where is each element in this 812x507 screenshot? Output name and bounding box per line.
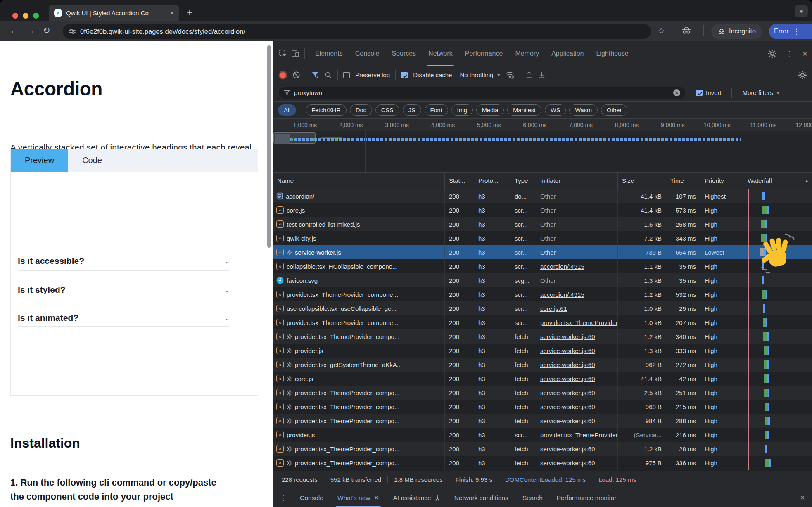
request-name-cell[interactable]: ‹›provider.tsx_ThemeProvider_compo...: [273, 386, 444, 400]
devtools-tab-lighthouse[interactable]: Lighthouse: [590, 41, 634, 66]
browser-menu-kebab-icon[interactable]: ⋮: [793, 27, 800, 36]
forward-button[interactable]: →: [26, 26, 35, 36]
tab-code[interactable]: Code: [68, 149, 116, 172]
request-name-cell[interactable]: ‹›provider.tsx_ThemeProvider_compo...: [273, 442, 444, 456]
drawer-tab-networkconditions[interactable]: Network conditions: [447, 488, 515, 507]
request-name-cell[interactable]: ‹›provider.tsx_ThemeProvider_compone...: [273, 287, 444, 301]
filter-chip-other[interactable]: Other: [601, 104, 627, 116]
filter-chip-manifest[interactable]: Manifest: [507, 104, 541, 116]
column-header-waterfall[interactable]: Waterfall▲: [743, 173, 812, 189]
filter-chip-fetchxhr[interactable]: Fetch/XHR: [306, 104, 347, 116]
request-name-cell[interactable]: ‹›provider.js: [273, 428, 444, 442]
request-name-cell[interactable]: ‹›core.js: [273, 203, 444, 217]
request-row[interactable]: favicon.svg200h3svg...Other1.3 kB35 msHi…: [273, 273, 812, 287]
drawer-close-icon[interactable]: ×: [800, 493, 805, 502]
filter-chip-ws[interactable]: WS: [545, 104, 566, 116]
throttling-dropdown[interactable]: No throttling ▾: [460, 71, 500, 78]
request-name-cell[interactable]: accordion/: [273, 189, 444, 203]
devtools-tab-performance[interactable]: Performance: [459, 41, 509, 66]
request-name-cell[interactable]: ‹›test-controlled-list-mixed.js: [273, 217, 444, 231]
initiator-cell[interactable]: service-worker.js:60: [536, 386, 617, 400]
request-row[interactable]: ‹›provider.tsx_ThemeProvider_compo...200…: [273, 386, 812, 400]
request-row[interactable]: accordion/200h3do...Other41.4 kB107 msHi…: [273, 189, 812, 203]
initiator-cell[interactable]: service-worker.js:60: [536, 442, 617, 456]
import-har-icon[interactable]: [525, 71, 533, 79]
page-scrollbar[interactable]: [267, 45, 271, 248]
request-name-cell[interactable]: ‹›qwik-city.js: [273, 231, 444, 245]
initiator-cell[interactable]: service-worker.js:60: [536, 344, 617, 358]
accordion-trigger[interactable]: Is it animated?⌄: [18, 313, 230, 323]
initiator-cell[interactable]: service-worker.js:60: [536, 329, 617, 344]
filter-chip-media[interactable]: Media: [476, 104, 504, 116]
column-header-stat[interactable]: Stat...: [444, 173, 474, 189]
request-row[interactable]: ‹›provider.js200h3scr...provider.tsx_The…: [273, 428, 812, 442]
request-row[interactable]: ‹›provider.tsx_ThemeProvider_compone...2…: [273, 315, 812, 329]
initiator-cell[interactable]: accordion/:4915: [536, 259, 617, 273]
devtools-tab-sources[interactable]: Sources: [385, 41, 422, 66]
drawer-tab-performancemonitor[interactable]: Performance monitor: [550, 488, 624, 507]
filter-funnel-icon[interactable]: [311, 71, 319, 79]
request-row[interactable]: ‹›provider.tsx_ThemeProvider_compone...2…: [273, 287, 812, 301]
request-name-cell[interactable]: ‹›collapsible.tsx_HCollapsible_compone..…: [273, 259, 444, 273]
drawer-tab-aiassistance[interactable]: AI assistance: [386, 488, 447, 507]
search-icon[interactable]: [325, 71, 332, 79]
request-name-cell[interactable]: favicon.svg: [273, 273, 444, 287]
initiator-cell[interactable]: service-worker.js:60: [536, 456, 617, 470]
request-row[interactable]: ‹›test-controlled-list-mixed.js200h3scr.…: [273, 217, 812, 231]
initiator-cell[interactable]: service-worker.js:60: [536, 400, 617, 414]
request-row[interactable]: ‹›service-worker.js200h3scr...Other739 B…: [273, 245, 812, 259]
initiator-cell[interactable]: provider.tsx_ThemeProvider_c: [536, 428, 617, 442]
filter-input[interactable]: proxytown ✕: [279, 87, 685, 99]
filter-chip-js[interactable]: JS: [403, 104, 421, 116]
request-name-cell[interactable]: ‹›provider.tsx_ThemeProvider_compo...: [273, 400, 444, 414]
column-header-type[interactable]: Type: [510, 173, 536, 189]
back-button[interactable]: ←: [10, 26, 19, 36]
new-tab-button[interactable]: +: [187, 7, 192, 17]
preserve-log-checkbox[interactable]: [343, 72, 350, 78]
drawer-tab-search[interactable]: Search: [515, 488, 550, 507]
column-header-proto[interactable]: Proto...: [474, 173, 510, 189]
site-settings-icon[interactable]: [69, 28, 76, 35]
initiator-cell[interactable]: service-worker.js:60: [536, 414, 617, 428]
initiator-link[interactable]: accordion/:4915: [540, 263, 584, 270]
initiator-cell[interactable]: accordion/:4915: [536, 287, 617, 301]
devtools-tab-application[interactable]: Application: [545, 41, 590, 66]
request-row[interactable]: ‹›collapsible.tsx_HCollapsible_compone..…: [273, 259, 812, 273]
column-header-time[interactable]: Time: [666, 173, 700, 189]
address-bar[interactable]: 0f6e2f0b.qwik-ui-site.pages.dev/docs/sty…: [63, 24, 651, 39]
request-name-cell[interactable]: ‹›provider.tsx_ThemeProvider_compo...: [273, 456, 444, 470]
initiator-link[interactable]: provider.tsx_ThemeProvider_c: [540, 319, 617, 326]
request-row[interactable]: ‹›qwik-city.js200h3scr...Other7.2 kB343 …: [273, 231, 812, 245]
filter-chip-img[interactable]: Img: [451, 104, 473, 116]
devtools-tab-elements[interactable]: Elements: [309, 41, 349, 66]
initiator-link[interactable]: service-worker.js:60: [540, 403, 595, 410]
column-header-initiator[interactable]: Initiator: [536, 173, 617, 189]
device-toolbar-icon[interactable]: [291, 50, 299, 58]
profile-error-button[interactable]: Error ⋮: [769, 24, 812, 39]
drawer-tab-close-icon[interactable]: ✕: [374, 494, 379, 502]
initiator-link[interactable]: service-worker.js:60: [540, 333, 595, 340]
export-har-icon[interactable]: [538, 71, 546, 79]
filter-chip-all[interactable]: All: [278, 104, 296, 116]
column-header-size[interactable]: Size: [617, 173, 666, 189]
column-header-name[interactable]: Name: [273, 173, 444, 189]
request-row[interactable]: ‹›provider.tsx_getSystemTheme_aKkA...200…: [273, 358, 812, 372]
devtools-tab-memory[interactable]: Memory: [509, 41, 545, 66]
initiator-link[interactable]: service-worker.js:60: [540, 460, 595, 467]
request-row[interactable]: ‹›provider.tsx_ThemeProvider_compo...200…: [273, 456, 812, 470]
initiator-cell[interactable]: provider.tsx_ThemeProvider_c: [536, 315, 617, 329]
request-name-cell[interactable]: ‹›provider.tsx_ThemeProvider_compo...: [273, 329, 444, 344]
inspect-element-icon[interactable]: [279, 50, 287, 58]
close-window-button[interactable]: [12, 13, 18, 19]
record-network-log-button[interactable]: [280, 72, 286, 78]
initiator-link[interactable]: service-worker.js:60: [540, 361, 595, 368]
request-row[interactable]: ‹›core.js200h3fetchservice-worker.js:604…: [273, 372, 812, 386]
request-row[interactable]: ‹›provider.tsx_ThemeProvider_compo...200…: [273, 414, 812, 428]
accordion-trigger[interactable]: Is it accessible?⌄: [18, 256, 230, 266]
clear-filter-icon[interactable]: ✕: [673, 89, 680, 96]
drawer-tab-console[interactable]: Console: [293, 488, 330, 507]
reload-button[interactable]: ↻: [43, 26, 50, 36]
request-name-cell[interactable]: ‹›provider.js: [273, 344, 444, 358]
request-row[interactable]: ‹›provider.tsx_ThemeProvider_compo...200…: [273, 329, 812, 344]
devtools-close-icon[interactable]: ×: [803, 49, 807, 59]
